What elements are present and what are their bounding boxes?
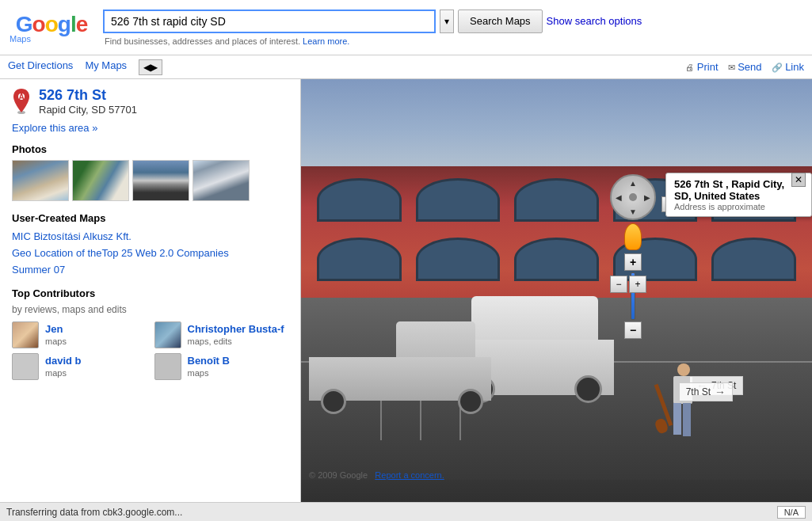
contributor-name-2[interactable]: david b <box>45 355 82 367</box>
nav-right-arrow[interactable]: ▶ <box>644 193 650 202</box>
magnifier-controls: − + <box>610 276 646 293</box>
print-icon: 🖨 <box>685 63 694 72</box>
avatar-david <box>12 353 39 380</box>
copyright-text: © 2009 Google <box>309 470 368 480</box>
photos-row <box>12 160 288 201</box>
info-bubble: ✕ 526 7th St , Rapid City, SD, United St… <box>665 173 812 217</box>
link-link[interactable]: 🔗 Link <box>772 61 804 73</box>
location-header: A 526 7th St Rapid City, SD 57701 <box>12 87 288 116</box>
status-text: Transferring data from cbk3.google.com..… <box>6 507 182 518</box>
contributor-detail-2: maps <box>45 368 67 378</box>
nav-down-arrow[interactable]: ▼ <box>629 207 637 216</box>
map-marker-icon: A <box>12 89 31 114</box>
search-maps-button[interactable]: Search Maps <box>458 10 543 33</box>
photo-thumb-3[interactable] <box>132 160 189 201</box>
contributor-info-2: david b maps <box>45 355 82 378</box>
learn-more-link[interactable]: Learn more. <box>303 36 349 46</box>
explore-area-link[interactable]: Explore this area » <box>12 122 288 134</box>
photo-thumb-1[interactable] <box>12 160 69 201</box>
navigation-controls: ▲ ◀ ▶ ▼ + − <box>610 174 656 339</box>
street-label-right-text: 7th St <box>686 386 711 397</box>
send-link[interactable]: ✉ Send <box>728 61 762 73</box>
logo-g: G <box>16 12 32 36</box>
map-copyright: © 2009 Google Report a concern. <box>309 470 444 480</box>
navbar: Get Directions My Maps ◀▶ 🖨 Print ✉ Send… <box>0 55 812 79</box>
collapse-button[interactable]: ◀▶ <box>139 59 162 75</box>
location-title-link[interactable]: 526 7th St <box>39 87 137 104</box>
user-map-link-0[interactable]: MIC Biztosítási Alkusz Kft. <box>12 229 288 245</box>
logo-l: l <box>71 12 76 36</box>
contributor-detail-3: maps <box>188 368 209 378</box>
get-directions-link[interactable]: Get Directions <box>8 59 73 75</box>
avatar-christopher <box>154 321 181 348</box>
logo-e: e <box>76 12 88 36</box>
contributor-name-0[interactable]: Jen <box>45 323 67 335</box>
print-label: Print <box>697 61 719 73</box>
maps-label: Maps <box>10 34 31 44</box>
header: Google Maps Search Maps Show search opti… <box>0 0 812 55</box>
user-map-link-1[interactable]: Geo Location of theTop 25 Web 2.0 Compan… <box>12 245 288 262</box>
contributor-detail-1: maps, edits <box>188 337 232 346</box>
contributors-grid: Jen maps Christopher Busta-f maps, edits… <box>12 321 288 380</box>
link-icon: 🔗 <box>772 63 783 72</box>
zoom-out-mag-button[interactable]: − <box>610 276 627 293</box>
photo-thumb-2[interactable] <box>72 160 129 201</box>
main-content: A 526 7th St Rapid City, SD 57701 Explor… <box>0 79 812 502</box>
search-input[interactable] <box>103 10 436 33</box>
contributor-item-0: Jen maps <box>12 321 147 348</box>
status-bar: Transferring data from cbk3.google.com..… <box>0 502 812 521</box>
sidebar: A 526 7th St Rapid City, SD 57701 Explor… <box>0 79 301 502</box>
nav-up-arrow[interactable]: ▲ <box>629 179 637 188</box>
search-area: Search Maps Show search options Find bus… <box>103 10 804 46</box>
info-street: 526 7th St <box>674 178 722 190</box>
contributors-section: Top Contributors by reviews, maps and ed… <box>12 287 288 380</box>
contributor-info-3: Benoît B maps <box>188 355 230 378</box>
nav-links: Get Directions My Maps ◀▶ <box>8 59 685 75</box>
contributor-info-0: Jen maps <box>45 323 67 347</box>
contributor-name-3[interactable]: Benoît B <box>188 355 230 367</box>
location-subtitle: Rapid City, SD 57701 <box>39 104 137 116</box>
logo-g2: g <box>58 12 71 36</box>
contributor-detail-0: maps <box>45 337 67 346</box>
nav-pad[interactable]: ▲ ◀ ▶ ▼ <box>610 174 656 220</box>
status-right-value: N/A <box>777 506 806 519</box>
user-maps-section: User-Created Maps MIC Biztosítási Alkusz… <box>12 212 288 278</box>
my-maps-link[interactable]: My Maps <box>85 59 127 75</box>
logo-area: Google Maps <box>8 12 95 44</box>
street-view-close-button[interactable]: ✕ <box>791 173 806 187</box>
contributor-info-1: Christopher Busta-f maps, edits <box>188 323 284 347</box>
pegman[interactable] <box>624 223 642 250</box>
search-row: Search Maps Show search options <box>103 10 804 33</box>
report-concern-link[interactable]: Report a concern. <box>375 470 444 480</box>
search-dropdown-button[interactable] <box>440 10 454 33</box>
avatar-jen <box>12 321 39 348</box>
info-bubble-address: 526 7th St , Rapid City, SD, United Stat… <box>674 178 803 202</box>
zoom-in-button[interactable]: + <box>624 253 642 271</box>
svg-text:A: A <box>18 93 24 101</box>
show-search-options-link[interactable]: Show search options <box>547 15 642 27</box>
pickup-truck <box>301 314 491 416</box>
search-hint: Find businesses, addresses and places of… <box>103 36 804 46</box>
street-label-right[interactable]: 7th St → <box>679 382 733 401</box>
contributor-item-3: Benoît B maps <box>154 353 289 380</box>
link-label: Link <box>785 61 804 73</box>
search-hint-text: Find businesses, addresses and places of… <box>105 36 300 46</box>
contributor-name-1[interactable]: Christopher Busta-f <box>188 323 284 335</box>
photo-thumb-4[interactable] <box>193 160 250 201</box>
user-map-link-2[interactable]: Summer 07 <box>12 262 288 279</box>
photos-section-label: Photos <box>12 143 288 155</box>
send-icon: ✉ <box>728 63 735 72</box>
nav-left-arrow[interactable]: ◀ <box>616 193 622 202</box>
location-info: 526 7th St Rapid City, SD 57701 <box>39 87 137 116</box>
avatar-benoit <box>154 353 181 380</box>
user-maps-label: User-Created Maps <box>12 212 288 224</box>
logo-o1: o <box>32 12 45 36</box>
contributor-item-1: Christopher Busta-f maps, edits <box>154 321 289 348</box>
map-area[interactable]: ▲ ◀ ▶ ▼ + − z − + ✕ <box>301 79 812 502</box>
print-link[interactable]: 🖨 Print <box>685 61 718 73</box>
info-bubble-note: Address is approximate <box>674 202 803 211</box>
zoom-out-button[interactable]: − <box>624 321 642 339</box>
zoom-in-mag-button[interactable]: + <box>629 276 646 293</box>
contributors-subtitle: by reviews, maps and edits <box>12 304 288 315</box>
logo-o2: o <box>45 12 58 36</box>
